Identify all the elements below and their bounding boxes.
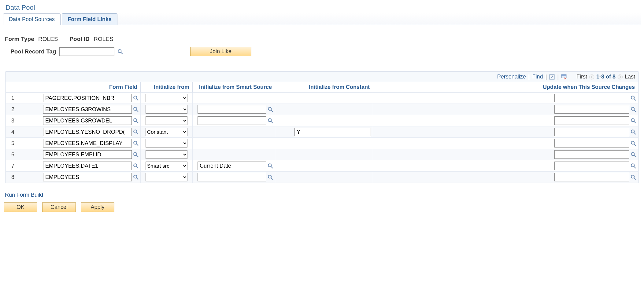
form-field-input[interactable] xyxy=(43,116,132,125)
svg-point-25 xyxy=(631,130,634,133)
form-field-input[interactable] xyxy=(43,94,132,102)
update-source-input[interactable] xyxy=(554,150,629,159)
initialize-from-select[interactable] xyxy=(146,116,187,125)
col-init-smart[interactable]: Initialize from Smart Source xyxy=(193,82,275,93)
lookup-icon[interactable] xyxy=(268,163,273,169)
lookup-icon[interactable] xyxy=(133,95,139,101)
smart-source-input[interactable] xyxy=(198,162,266,170)
next-arrow-icon[interactable] xyxy=(617,74,623,80)
lookup-icon[interactable] xyxy=(133,140,139,146)
svg-point-31 xyxy=(134,152,137,155)
form-field-input[interactable] xyxy=(43,162,132,170)
lookup-icon[interactable] xyxy=(631,140,636,146)
update-source-input[interactable] xyxy=(554,173,629,181)
row-number: 2 xyxy=(6,104,18,115)
table-row: 7Smart src xyxy=(6,160,638,172)
col-update-src[interactable]: Update when This Source Changes xyxy=(373,82,638,93)
table-row: 6 xyxy=(6,149,638,160)
cancel-button[interactable]: Cancel xyxy=(42,202,76,212)
svg-line-24 xyxy=(136,133,138,134)
grid-nav: First 1-8 of 8 Last xyxy=(576,74,635,80)
svg-point-15 xyxy=(631,107,634,110)
smart-source-input[interactable] xyxy=(198,173,266,181)
grid: Personalize | Find | | First 1-8 of 8 La… xyxy=(6,71,638,183)
lookup-icon[interactable] xyxy=(631,107,636,112)
form-field-input[interactable] xyxy=(43,150,132,159)
initialize-from-select[interactable] xyxy=(146,105,187,114)
lookup-icon[interactable] xyxy=(631,163,636,169)
svg-point-23 xyxy=(134,130,137,133)
svg-line-14 xyxy=(271,110,273,112)
form-field-input[interactable] xyxy=(43,139,132,147)
find-link[interactable]: Find xyxy=(532,74,543,80)
lookup-icon[interactable] xyxy=(133,163,139,169)
run-form-build-link[interactable]: Run Form Build xyxy=(5,192,43,198)
update-source-input[interactable] xyxy=(554,116,629,125)
col-form-field[interactable]: Form Field xyxy=(18,82,141,93)
apply-button[interactable]: Apply xyxy=(81,202,114,212)
zoom-icon[interactable] xyxy=(549,74,555,80)
prev-arrow-icon[interactable] xyxy=(589,74,594,80)
form-field-input[interactable] xyxy=(43,105,132,114)
svg-line-28 xyxy=(136,144,138,146)
update-source-input[interactable] xyxy=(554,128,629,136)
lookup-icon[interactable] xyxy=(133,174,139,180)
lookup-icon[interactable] xyxy=(133,129,139,135)
svg-line-34 xyxy=(634,155,636,157)
update-source-input[interactable] xyxy=(554,162,629,170)
svg-point-17 xyxy=(134,118,137,122)
svg-point-27 xyxy=(134,141,137,144)
pool-id-value: ROLES xyxy=(94,36,113,42)
lookup-icon[interactable] xyxy=(133,118,139,123)
constant-input[interactable] xyxy=(294,128,371,136)
personalize-link[interactable]: Personalize xyxy=(497,74,526,80)
download-icon[interactable] xyxy=(561,74,567,80)
svg-line-46 xyxy=(634,178,636,180)
form-field-input[interactable] xyxy=(43,128,132,136)
lookup-icon[interactable] xyxy=(631,174,636,180)
separator: | xyxy=(557,74,559,80)
update-source-input[interactable] xyxy=(554,139,629,147)
initialize-from-select[interactable] xyxy=(146,139,187,147)
tab-data-pool-sources[interactable]: Data Pool Sources xyxy=(3,13,61,25)
lookup-icon[interactable] xyxy=(268,107,273,112)
svg-point-33 xyxy=(631,152,634,155)
lookup-icon[interactable] xyxy=(117,49,123,54)
svg-rect-4 xyxy=(561,75,566,75)
table-row: 8 xyxy=(6,172,638,183)
smart-source-input[interactable] xyxy=(198,116,266,125)
col-rownum xyxy=(6,82,18,93)
lookup-icon[interactable] xyxy=(631,118,636,123)
svg-point-21 xyxy=(631,118,634,122)
form-field-input[interactable] xyxy=(43,173,132,181)
nav-last[interactable]: Last xyxy=(625,74,635,80)
lookup-icon[interactable] xyxy=(631,129,636,135)
lookup-icon[interactable] xyxy=(268,118,273,123)
initialize-from-select[interactable] xyxy=(146,150,187,159)
tab-form-field-links[interactable]: Form Field Links xyxy=(62,13,117,25)
initialize-from-select[interactable]: Constant xyxy=(146,128,187,136)
pool-record-tag-input[interactable] xyxy=(59,47,114,56)
svg-point-37 xyxy=(268,164,271,167)
page-title: Data Pool xyxy=(6,4,641,12)
svg-line-30 xyxy=(634,144,636,146)
lookup-icon[interactable] xyxy=(133,107,139,112)
initialize-from-select[interactable] xyxy=(146,173,187,181)
svg-line-8 xyxy=(136,99,138,100)
nav-first[interactable]: First xyxy=(576,74,587,80)
col-init-from[interactable]: Initialize from xyxy=(141,82,193,93)
update-source-input[interactable] xyxy=(554,94,629,102)
ok-button[interactable]: OK xyxy=(4,202,37,212)
table-row: 3 xyxy=(6,115,638,126)
join-like-button[interactable]: Join Like xyxy=(190,47,251,56)
lookup-icon[interactable] xyxy=(133,152,139,157)
lookup-icon[interactable] xyxy=(631,95,636,101)
tabs: Data Pool Sources Form Field Links xyxy=(3,13,641,25)
initialize-from-select[interactable]: Smart src xyxy=(146,162,187,170)
col-init-const[interactable]: Initialize from Constant xyxy=(275,82,373,93)
smart-source-input[interactable] xyxy=(198,105,266,114)
lookup-icon[interactable] xyxy=(268,174,273,180)
update-source-input[interactable] xyxy=(554,105,629,114)
initialize-from-select[interactable] xyxy=(146,94,187,102)
lookup-icon[interactable] xyxy=(631,152,636,157)
